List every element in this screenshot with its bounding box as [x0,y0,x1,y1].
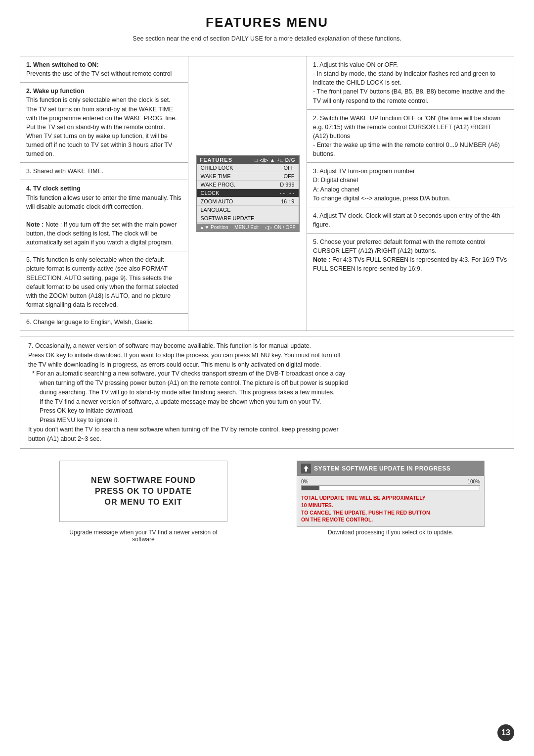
right-item-1: 1. Adjust this value ON or OFF. - In sta… [307,56,514,110]
bottom-text-line5: when turning off the TV pressing power b… [28,379,348,386]
progress-caption: Download processing if you select ok to … [328,529,453,536]
progress-messages: TOTAL UDPDATE TIME WILL BE APPROXIMATELY… [297,492,484,526]
page-title: FEATURES MENU [20,15,514,30]
update-section: NEW SOFTWARE FOUND PRESS OK TO UPDATE OR… [20,461,514,543]
progress-box: SYSTEM SOFTWARE UPDATE IN PROGRESS 0% 10… [297,461,485,527]
bottom-text-line2: Press OK key to initiate download. If yo… [28,352,341,359]
tv-row-softwareupdate-label: SOFTWARE UPDATE [201,215,255,221]
left-item-4: 4. TV clock setting This function allows… [20,180,188,251]
new-software-caption: Upgrade message when your TV find a newe… [59,529,227,543]
tv-row-wakeprog-value: D 999 [280,182,294,188]
left-column: 1. When switched to ON: Prevents the use… [20,56,188,331]
left-item-6: 6. Change language to English, Welsh, Ga… [20,314,188,331]
left-item-2: 2. Wake up function This function is onl… [20,83,188,163]
tv-row-language: LANGUAGE [197,206,299,214]
item2-body: This function is only selectable when th… [26,96,177,157]
bottom-text-line7: If the TV find a newer version of softwa… [28,398,321,405]
progress-header-icon [301,464,311,473]
progress-header: SYSTEM SOFTWARE UPDATE IN PROGRESS [297,461,484,476]
progress-bar-track [301,485,480,490]
new-software-line1: NEW SOFTWARE FOUND [70,476,217,485]
tv-row-softwareupdate: SOFTWARE UPDATE [197,214,299,223]
bottom-text-line3: the TV while downloading is in progress,… [28,361,321,368]
page-number: 13 [497,724,514,741]
new-software-box: NEW SOFTWARE FOUND PRESS OK TO UPDATE OR… [59,461,227,522]
progress-bar-labels: 0% 100% [301,479,480,484]
tv-row-zoom: ZOOM AUTO 16 : 9 [197,197,299,206]
item3-body: Shared with WAKE TIME. [33,168,103,175]
r3-number: 3. [313,168,319,175]
tv-row-clock: CLOCK - - : - - [197,189,299,197]
page: FEATURES MENU See section near the end o… [0,0,534,756]
tv-footer: ▲▼ Position MENU Exit ◁▷ ON / OFF [197,224,299,231]
progress-bar-start: 0% [301,479,308,484]
bottom-text-number: 7. [28,342,35,349]
tv-screen: FEATURES □ ◁▷ ▲ +□ D/G CHILD LOCK OFF WA… [196,155,300,232]
icon-dg: D/G [285,157,296,163]
icon-plus: +□ [277,157,284,163]
page-subtitle: See section near the end of section DAIL… [20,35,514,42]
new-software-line3: OR MENU TO EXIT [70,498,217,507]
bottom-text-line6: during searching. The TV will go to stan… [28,389,335,396]
tv-row-waketime-label: WAKE TIME [201,173,231,179]
bottom-text-line9: Press MENU key to ignore it. [28,417,119,424]
bottom-text-area: 7. Occasionally, a newer version of soft… [20,336,514,449]
progress-bar-end: 100% [467,479,480,484]
tv-row-zoom-value: 16 : 9 [281,198,295,204]
r4-body: Adjust TV clock. Clock will start at 0 s… [313,212,500,228]
left-item-1: 1. When switched to ON: Prevents the use… [20,56,188,83]
item1-number: 1. [26,61,33,68]
r1-body: Adjust this value ON or OFF. - In stand-… [313,61,505,104]
right-item-5: 5. Choose your preferred default format … [307,234,514,278]
item2-title: Wake up function [33,88,85,94]
item6-number: 6. [26,319,33,326]
right-column: 1. Adjust this value ON or OFF. - In sta… [307,56,514,331]
item3-number: 3. [26,168,33,175]
tv-row-clock-value: - - : - - [280,190,295,196]
tv-row-childlock-value: OFF [284,165,295,171]
tv-header-icons: □ ◁▷ ▲ +□ D/G [255,157,296,163]
update-right: SYSTEM SOFTWARE UPDATE IN PROGRESS 0% 10… [267,461,514,536]
tv-row-waketime: WAKE TIME OFF [197,172,299,181]
progress-bar-area: 0% 100% [297,476,484,492]
tv-row-clock-label: CLOCK [201,190,220,196]
center-column: FEATURES □ ◁▷ ▲ +□ D/G CHILD LOCK OFF WA… [188,56,307,331]
tv-row-zoom-label: ZOOM AUTO [201,198,233,204]
right-item-2: 2. Switch the WAKE UP function OFF or 'O… [307,110,514,163]
r4-number: 4. [313,212,319,219]
progress-header-label: SYSTEM SOFTWARE UPDATE IN PROGRESS [314,465,450,472]
tv-header: FEATURES □ ◁▷ ▲ +□ D/G [197,156,299,164]
item2-number: 2. [26,88,33,94]
new-software-line2: PRESS OK TO UPDATE [70,487,217,496]
item4-note-label: Note : [26,221,45,228]
item6-body: Change language to English, Welsh, Gaeli… [33,319,154,326]
update-left: NEW SOFTWARE FOUND PRESS OK TO UPDATE OR… [20,461,267,543]
diagram-area: 1. When switched to ON: Prevents the use… [20,56,514,331]
tv-row-language-label: LANGUAGE [201,207,231,213]
bottom-text-line10: It you don't want the TV to search a new… [28,426,339,433]
item4-note: Note : If you turn off the set with the … [26,221,177,246]
r3-body: Adjust TV turn-on program number D: Digi… [313,168,450,201]
progress-msg-4: ON THE REMOTE CONTROL. [301,516,480,523]
item4-body: This function allows user to enter the t… [26,194,181,210]
item5-number: 5. [26,256,33,263]
icon-square: □ [255,157,258,163]
right-item-3: 3. Adjust TV turn-on program number D: D… [307,163,514,207]
progress-msg-2: 10 MINUTES. [301,502,480,509]
icon-arrows: ◁▷ [260,157,268,163]
left-item-3: 3. Shared with WAKE TIME. [20,163,188,180]
tv-row-wakeprog: WAKE PROG. D 999 [197,181,299,189]
tv-header-label: FEATURES [200,157,232,163]
r1-number: 1. [313,61,319,68]
tv-row-wakeprog-label: WAKE PROG. [201,182,236,188]
item4-number: 4. [26,185,33,192]
r5-number: 5. [313,238,320,245]
tv-row-childlock-label: CHILD LOCK [201,165,233,171]
tv-row-childlock: CHILD LOCK OFF [197,164,299,172]
progress-msg-3: TO CANCEL THE UPDATE, PUSH THE RED BUTTO… [301,509,480,517]
icon-triangle: ▲ [270,157,275,163]
item1-body: Prevents the use of the TV set without r… [26,70,172,77]
tv-footer-onoff: ◁▷ ON / OFF [265,225,295,230]
bottom-text-line8: Press OK key to initiate download. [28,407,134,414]
progress-bar-fill [302,486,319,490]
